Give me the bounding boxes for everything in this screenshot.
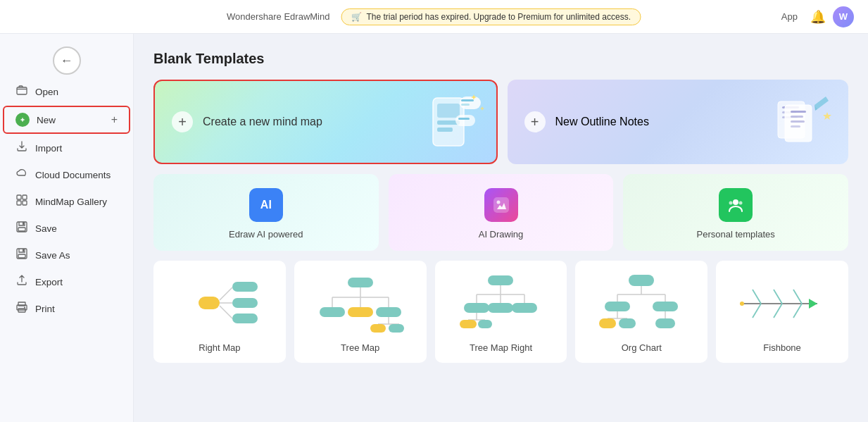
org-chart-label: Org Chart	[622, 342, 662, 353]
app-button[interactable]: App	[776, 8, 803, 25]
trial-text: The trial period has expired. Upgrade to…	[366, 12, 631, 22]
svg-rect-2	[17, 195, 21, 199]
svg-rect-72	[629, 275, 654, 286]
topbar-center: Wondershare EdrawMind 🛒 The trial period…	[227, 8, 641, 25]
outline-card-illustration	[771, 90, 841, 154]
layout: ← Open New + Import	[0, 34, 868, 422]
edraw-ai-card[interactable]: AI Edraw AI powered	[153, 174, 379, 251]
avatar[interactable]: W	[833, 6, 854, 27]
ai-drawing-card[interactable]: AI Drawing	[389, 174, 614, 251]
cloud-icon	[15, 168, 28, 182]
feature-cards-row: AI Edraw AI powered AI Drawing	[153, 174, 848, 251]
svg-rect-58	[389, 324, 404, 333]
svg-rect-31	[791, 116, 803, 118]
sidebar: ← Open New + Import	[0, 34, 134, 422]
sidebar-item-gallery[interactable]: MindMap Gallery	[4, 189, 129, 214]
edraw-ai-icon: AI	[249, 188, 283, 222]
trial-banner[interactable]: 🛒 The trial period has expired. Upgrade …	[341, 8, 641, 25]
svg-rect-11	[18, 254, 25, 258]
svg-rect-10	[23, 249, 24, 252]
svg-point-37	[739, 201, 743, 205]
svg-line-88	[774, 290, 782, 304]
svg-rect-45	[232, 314, 258, 323]
sidebar-item-save-as[interactable]: Save As	[4, 242, 129, 268]
topbar-actions: App 🔔 W	[776, 6, 854, 27]
sidebar-import-label: Import	[35, 143, 62, 154]
personal-icon	[719, 188, 753, 222]
right-map-diagram	[162, 272, 277, 335]
svg-rect-43	[232, 298, 258, 308]
tree-map-diagram	[303, 272, 418, 335]
svg-rect-82	[619, 318, 636, 328]
sidebar-item-cloud[interactable]: Cloud Documents	[4, 162, 129, 187]
create-plus-icon: +	[172, 111, 193, 132]
svg-rect-4	[17, 201, 21, 205]
cart-icon: 🛒	[351, 12, 362, 22]
create-card-label: Create a new mind map	[203, 116, 322, 128]
back-button[interactable]: ←	[53, 46, 81, 75]
svg-rect-3	[23, 195, 27, 199]
svg-rect-81	[599, 318, 616, 328]
sidebar-item-open[interactable]: Open	[4, 79, 129, 104]
svg-rect-20	[460, 97, 481, 109]
open-icon	[15, 85, 28, 99]
create-mindmap-card[interactable]: + Create a new mind map	[153, 80, 498, 164]
ai-drawing-label: AI Drawing	[479, 229, 524, 240]
org-chart-diagram	[584, 272, 699, 335]
template-grid: Right Map	[153, 261, 848, 363]
sidebar-item-export[interactable]: Export	[4, 269, 129, 294]
right-map-label: Right Map	[199, 342, 240, 353]
sidebar-item-print[interactable]: Print	[4, 296, 129, 321]
sidebar-open-label: Open	[35, 87, 58, 97]
new-badge-icon	[15, 113, 30, 127]
outline-notes-card[interactable]: + New Outline Notes	[508, 80, 849, 164]
svg-rect-32	[791, 120, 805, 123]
svg-rect-7	[23, 222, 24, 225]
svg-rect-78	[653, 302, 678, 311]
ai-drawing-icon	[484, 188, 518, 222]
svg-line-89	[793, 290, 802, 304]
sidebar-print-label: Print	[35, 304, 55, 314]
svg-rect-84	[655, 318, 675, 328]
template-card-tree-map[interactable]: Tree Map	[294, 261, 427, 363]
tree-map-label: Tree Map	[341, 342, 379, 353]
svg-line-44	[220, 306, 232, 318]
sidebar-new-label: New	[37, 115, 56, 125]
svg-rect-17	[437, 104, 460, 118]
import-icon	[15, 141, 28, 155]
notification-button[interactable]: 🔔	[810, 9, 826, 25]
page-title: Blank Templates	[153, 51, 848, 67]
new-plus-icon: +	[111, 113, 118, 126]
svg-point-36	[733, 199, 738, 205]
print-icon	[15, 302, 28, 316]
gallery-icon	[15, 194, 28, 209]
svg-rect-22	[461, 104, 470, 106]
sidebar-save-label: Save	[35, 223, 57, 234]
svg-line-90	[753, 304, 761, 318]
template-card-org-chart[interactable]: Org Chart	[575, 261, 707, 363]
svg-rect-19	[437, 128, 453, 132]
sidebar-item-new[interactable]: New +	[3, 106, 130, 134]
svg-rect-52	[348, 307, 373, 317]
svg-rect-0	[17, 87, 27, 94]
svg-rect-24	[458, 118, 470, 120]
primary-cards-row: + Create a new mind map	[153, 80, 848, 164]
save-as-icon	[15, 248, 28, 262]
svg-rect-8	[18, 228, 25, 231]
sidebar-item-import[interactable]: Import	[4, 135, 129, 161]
svg-rect-34	[493, 197, 509, 213]
svg-rect-71	[478, 320, 492, 328]
template-card-fishbone[interactable]: Fishbone	[716, 261, 848, 363]
svg-rect-30	[791, 111, 806, 113]
sidebar-item-save[interactable]: Save	[4, 216, 129, 241]
template-card-tree-map-right[interactable]: Tree Map Right	[435, 261, 567, 363]
svg-rect-70	[460, 320, 477, 328]
svg-rect-33	[791, 125, 800, 128]
personal-templates-card[interactable]: Personal templates	[623, 174, 848, 251]
create-card-illustration	[419, 90, 489, 154]
svg-marker-86	[809, 299, 817, 309]
edraw-ai-label: Edraw AI powered	[229, 229, 303, 240]
svg-rect-67	[512, 303, 537, 313]
template-card-right-map[interactable]: Right Map	[153, 261, 286, 363]
svg-rect-41	[232, 282, 258, 292]
